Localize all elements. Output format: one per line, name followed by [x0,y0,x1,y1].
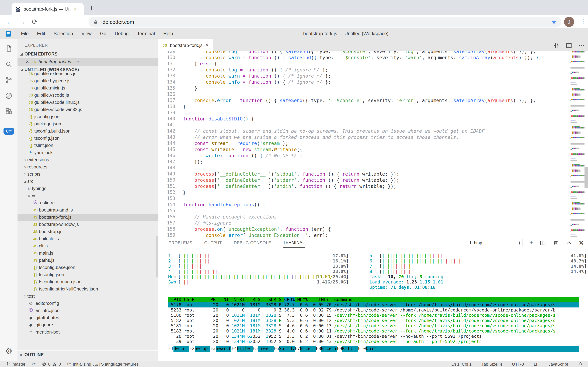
tab-size-indicator[interactable]: Tab Size: 4 [481,362,502,367]
tree-item-buildfile.js[interactable]: JSbuildfile.js [17,235,158,242]
editor-tab[interactable]: JS bootstrap-fork.js ✕ [158,39,213,51]
tree-item-scripts[interactable]: ▷scripts [17,171,158,178]
sidebar-scrollbar[interactable] [156,235,158,277]
settings-gear-icon[interactable]: ⚙ [0,346,17,356]
browser-avatar[interactable]: J [564,17,574,27]
search-icon[interactable] [5,60,13,69]
terminal-view[interactable]: 1[|||||||||||17.8%]2[|||||||||||16.1%]3[… [158,249,588,361]
panel-tab-terminal[interactable]: TERMINAL [283,238,305,248]
tree-item-gulpfile.extensions.js[interactable]: JSgulpfile.extensions.js [17,70,158,77]
tree-item-jsconfig.json[interactable]: {}jsconfig.json [17,113,158,120]
tree-item-src[interactable]: ◢src [17,178,158,185]
fkey-label-filter[interactable]: Filter [237,346,252,352]
tree-item-yarn.lock[interactable]: yarn.lock [17,149,158,156]
tree-item-extensions[interactable]: ▷extensions [17,156,158,163]
menu-file[interactable]: File [17,31,33,36]
forward-icon[interactable]: → [19,18,26,26]
tree-item-tsconfig.strictNullChecks.json[interactable]: {}tsconfig.strictNullChecks.json [17,285,158,292]
collaboration-off-badge[interactable]: Off [3,128,14,135]
htop-process-row[interactable]: 5181 root 20 0 1021M 181M 3328 S 4.6 0.6… [168,323,579,328]
tree-item-main.js[interactable]: JSmain.js [17,250,158,257]
htop-process-row[interactable]: 20 root 20 0 1344M 62052 1952 S 3.3 0.2 … [168,334,579,339]
close-panel-icon[interactable]: ✕ [579,239,584,247]
fkey-label-sortby[interactable]: SortBy [279,346,295,352]
line-col-indicator[interactable]: Ln 1, Col 1 [451,362,472,367]
open-editors-section[interactable]: ◢ OPEN EDITORS [17,50,158,58]
menu-view[interactable]: View [77,31,96,36]
minimap[interactable] [571,51,586,237]
tree-item-tsconfig.monaco.json[interactable]: {}tsconfig.monaco.json [17,278,158,285]
fkey-label-help[interactable]: Help [174,346,189,352]
tree-item-test[interactable]: ▷test [17,292,158,300]
open-editor-item[interactable]: ✕ JS bootstrap-fork.js src [17,58,158,66]
panel-tab-problems[interactable]: PROBLEMS [168,238,193,248]
fkey-label-nice -[interactable]: Nice - [300,346,316,352]
tree-item-vs[interactable]: ▷vs [17,192,158,199]
reload-icon[interactable]: ⟳ [32,18,38,26]
fkey-label-kill[interactable]: Kill [342,346,358,352]
tree-item-.gitattributes[interactable]: ◆.gitattributes [17,314,158,321]
split-terminal-icon[interactable] [540,240,546,246]
tree-item-.eslintrc[interactable]: .eslintrc [17,199,158,206]
explorer-icon[interactable] [5,45,13,53]
fkey-label-search[interactable]: Search [216,346,232,352]
language-indicator[interactable]: JavaScript [548,362,568,367]
tree-item-tsconfig.json[interactable]: {}tsconfig.json [17,135,158,142]
htop-process-row[interactable]: 5180 root 20 0 1021M 181M 3328 S 7.3 0.6… [168,313,579,318]
menu-edit[interactable]: Edit [33,31,50,36]
problems-indicator[interactable]: 0 0 [42,362,61,367]
tree-item-.gitignore[interactable]: ◆.gitignore [17,321,158,328]
tree-item-.editorconfig[interactable]: ⚙.editorconfig [17,300,158,307]
browser-menu-icon[interactable]: ⋮ [580,17,587,25]
panel-tab-debug-console[interactable]: DEBUG CONSOLE [233,238,272,248]
branch-indicator[interactable]: master [6,362,25,367]
tree-item-resources[interactable]: ▷resources [17,163,158,171]
fkey-label-setup[interactable]: Setup [195,346,210,352]
htop-process-row[interactable]: 5183 root 20 0 1021M 181M 3328 S 4.0 0.6… [168,328,579,334]
tree-item-gulpfile.vscode.win32.js[interactable]: JSgulpfile.vscode.win32.js [17,106,158,113]
editor-scrollbar[interactable] [585,167,588,188]
menu-terminal[interactable]: Terminal [133,31,159,36]
bell-icon[interactable] [578,362,583,367]
sync-indicator[interactable]: ⟳ [32,361,35,367]
maximize-panel-icon[interactable] [566,240,572,246]
tree-item-tsconfig.base.json[interactable]: {}tsconfig.base.json [17,264,158,271]
tree-item-tsconfig.json[interactable]: {}tsconfig.json [17,271,158,278]
kill-terminal-icon[interactable] [553,240,559,246]
menu-debug[interactable]: Debug [110,31,133,36]
htop-process-row[interactable]: 5178 root 20 0 1021M 181M 3328 R 72.7 0.… [168,302,579,308]
fkey-label-tree[interactable]: Tree [258,346,273,352]
menu-go[interactable]: Go [96,31,110,36]
bookmark-star-icon[interactable]: ★ [551,18,557,26]
source-control-icon[interactable] [5,76,13,84]
fkey-label-nice +[interactable]: Nice + [321,346,337,352]
tree-item-bootstrap.js[interactable]: JSbootstrap.js [17,228,158,235]
extensions-icon[interactable] [5,108,13,116]
tree-item-gulpfile.hygiene.js[interactable]: JSgulpfile.hygiene.js [17,77,158,84]
code-editor[interactable]: 129 console.log = function () { safeSend… [158,51,588,237]
tree-item-bootstrap-window.js[interactable]: JSbootstrap-window.js [17,221,158,228]
debug-icon[interactable] [5,92,13,100]
browser-tab-close-icon[interactable]: ✕ [74,7,77,12]
terminal-select[interactable]: 1: htop ▴▾ [467,239,523,247]
compare-icon[interactable] [553,42,560,49]
menu-selection[interactable]: Selection [49,31,77,36]
htop-process-row[interactable]: 39 root 20 0 1344M 62052 1952 S 0.0 0.2 … [168,339,579,344]
htop-process-row[interactable]: 5182 root 20 0 1021M 181M 3328 R 5.3 0.6… [168,318,579,323]
tree-item-gulpfile.mixin.js[interactable]: JSgulpfile.mixin.js [17,84,158,92]
tree-item-tsconfig.build.json[interactable]: {}tsconfig.build.json [17,127,158,135]
outline-section[interactable]: ▷ OUTLINE [17,350,158,359]
tree-item-cli.js[interactable]: JScli.js [17,242,158,250]
tree-item-gulpfile.vscode.js[interactable]: JSgulpfile.vscode.js [17,92,158,99]
encoding-indicator[interactable]: UTF-8 [512,362,524,367]
eol-indicator[interactable]: LF [534,362,539,367]
tree-item-package.json[interactable]: {}package.json [17,120,158,127]
tree-item-.mention-bot[interactable]: ≡.mention-bot [17,328,158,336]
editor-tab-close-icon[interactable]: ✕ [205,43,209,48]
close-icon[interactable]: ✕ [25,59,29,64]
htop-process-row[interactable]: 5233 root 20 0 0 0 0 Z 36.3 0.0 0:02.79 … [168,308,579,313]
panel-tab-output[interactable]: OUTPUT [204,238,222,248]
new-terminal-icon[interactable]: + [529,239,533,247]
htop-table-header[interactable]: PID USER PRI NI VIRT RES SHR S CPU% MEM%… [168,297,579,302]
new-tab-button[interactable]: + [89,4,94,12]
